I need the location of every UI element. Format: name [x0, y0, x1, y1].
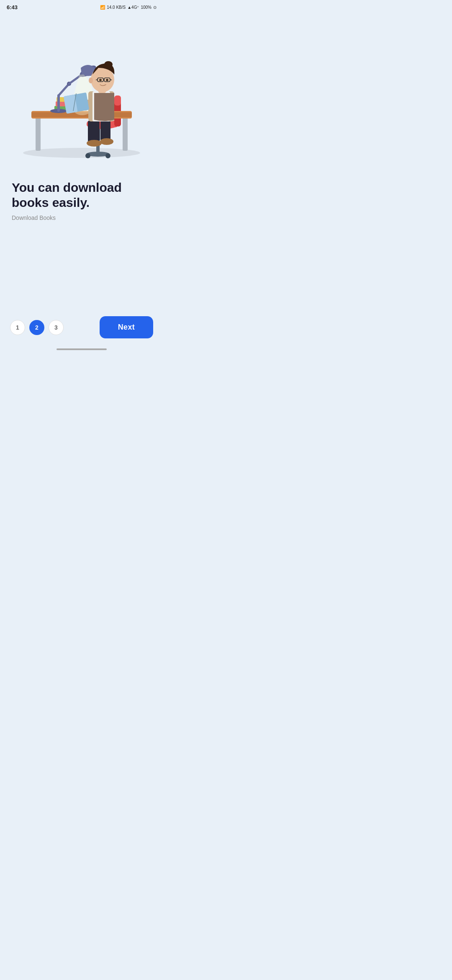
bluetooth-icon: 📶 [100, 5, 105, 10]
page-indicator-1[interactable]: 1 [10, 320, 25, 335]
status-icons: 📶 14.0 KB/S ▲4G⁺ 100% ⊙ [100, 5, 157, 10]
signal-icon: ▲4G⁺ [127, 5, 139, 10]
main-title: You can download books easily. [12, 180, 152, 210]
main-content: You can download books easily. Download … [0, 13, 163, 309]
svg-point-25 [87, 140, 102, 147]
svg-rect-1 [36, 117, 41, 151]
svg-line-40 [96, 80, 98, 80]
page-indicators: 1 2 3 [10, 320, 64, 335]
status-bar: 6:43 📶 14.0 KB/S ▲4G⁺ 100% ⊙ [0, 0, 163, 13]
svg-point-6 [105, 153, 110, 158]
svg-point-42 [99, 79, 102, 81]
bottom-navigation: 1 2 3 Next [0, 309, 163, 347]
svg-point-43 [106, 79, 108, 81]
svg-point-5 [85, 153, 90, 158]
svg-point-36 [104, 61, 113, 68]
svg-line-19 [59, 84, 69, 95]
illustration-container [0, 21, 163, 163]
svg-rect-2 [123, 117, 128, 151]
svg-rect-18 [57, 94, 60, 112]
svg-rect-24 [100, 121, 110, 141]
network-speed: 14.0 KB/S [107, 5, 126, 10]
svg-rect-23 [88, 121, 100, 142]
battery-icon: ⊙ [153, 5, 157, 10]
page-indicator-2[interactable]: 2 [29, 320, 44, 335]
svg-point-44 [89, 77, 93, 83]
text-section: You can download books easily. Download … [0, 163, 163, 309]
home-indicator [56, 348, 107, 350]
battery-percent: 100% [141, 5, 152, 10]
reading-illustration [10, 29, 153, 163]
page-indicator-3[interactable]: 3 [49, 320, 64, 335]
svg-rect-11 [114, 95, 121, 106]
svg-line-41 [110, 80, 112, 80]
status-time: 6:43 [7, 4, 18, 10]
next-button[interactable]: Next [100, 316, 153, 338]
svg-point-26 [100, 138, 113, 145]
sub-title: Download Books [12, 214, 152, 221]
